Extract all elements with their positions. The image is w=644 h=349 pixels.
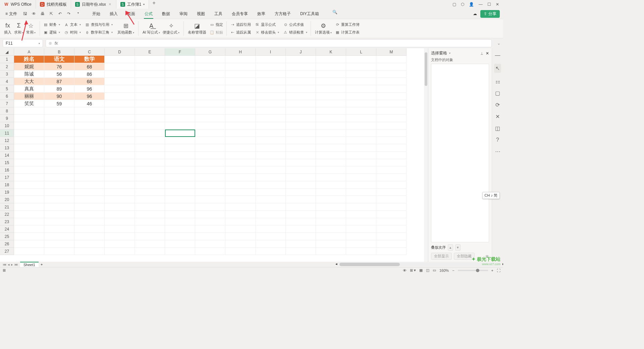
cell-I18[interactable] (256, 181, 286, 189)
cell-G25[interactable] (195, 233, 225, 240)
cell-K24[interactable] (316, 226, 346, 233)
cell-G4[interactable] (195, 78, 225, 85)
save-icon[interactable]: 🖫 (22, 11, 28, 16)
cell-E14[interactable] (135, 152, 165, 159)
cell-D16[interactable] (105, 166, 135, 174)
menu-diy[interactable]: DIY工具箱 (300, 10, 320, 18)
cell-J24[interactable] (286, 226, 316, 233)
cell-L8[interactable] (346, 107, 376, 115)
row-header-17[interactable]: 17 (0, 174, 14, 181)
cell-M25[interactable] (376, 233, 407, 240)
menu-tools[interactable]: 工具 (214, 10, 223, 18)
cell-G7[interactable] (195, 100, 225, 107)
cell-I27[interactable] (256, 248, 286, 255)
cell-K11[interactable] (316, 130, 346, 137)
cell-J11[interactable] (286, 130, 316, 137)
cell-I16[interactable] (256, 166, 286, 174)
cell-H5[interactable] (225, 85, 256, 93)
cell-L17[interactable] (346, 174, 376, 181)
cell-C18[interactable] (74, 181, 105, 189)
cell-J12[interactable] (286, 137, 316, 144)
define-button[interactable]: ▭指定 (209, 22, 224, 28)
cell-L12[interactable] (346, 137, 376, 144)
cell-C16[interactable] (74, 166, 105, 174)
cell-D20[interactable] (105, 196, 135, 203)
add-tab-button[interactable]: + (149, 0, 159, 9)
cell-C4[interactable]: 68 (74, 78, 105, 85)
export-icon[interactable]: ⇱ (49, 11, 54, 16)
cell-G27[interactable] (195, 248, 225, 255)
cell-C12[interactable] (74, 137, 105, 144)
cell-F12[interactable] (165, 137, 195, 144)
cell-I13[interactable] (256, 144, 286, 152)
select-icon[interactable]: ↖ (494, 64, 501, 73)
cell-M12[interactable] (376, 137, 407, 144)
cell-L22[interactable] (346, 211, 376, 218)
menu-data[interactable]: 数据 (161, 10, 171, 18)
row-header-15[interactable]: 15 (0, 159, 14, 166)
cell-K9[interactable] (316, 115, 346, 122)
cell-G26[interactable] (195, 240, 225, 248)
cell-L26[interactable] (346, 240, 376, 248)
scroll-left-icon[interactable]: ◂ (335, 262, 337, 266)
cell-C17[interactable] (74, 174, 105, 181)
row-header-27[interactable]: 27 (0, 248, 14, 255)
col-header-B[interactable]: B (44, 48, 74, 56)
cell-A24[interactable] (14, 226, 44, 233)
cell-B27[interactable] (44, 248, 74, 255)
pin-icon[interactable]: ⟂ (481, 51, 483, 56)
col-header-A[interactable]: A (14, 48, 44, 56)
cell-K6[interactable] (316, 93, 346, 100)
cell-M13[interactable] (376, 144, 407, 152)
cell-K3[interactable] (316, 70, 346, 78)
cell-D1[interactable] (105, 56, 135, 63)
cell-G19[interactable] (195, 189, 225, 196)
calc-options-button[interactable]: ⚙计算选项▾ (314, 22, 333, 36)
cell-K2[interactable] (316, 63, 346, 70)
show-formula-button[interactable]: fx̄显示公式 (254, 22, 280, 28)
cell-E7[interactable] (135, 100, 165, 107)
cell-F7[interactable] (165, 100, 195, 107)
cell-A5[interactable]: 真真 (14, 85, 44, 93)
cell-E13[interactable] (135, 144, 165, 152)
cell-D4[interactable] (105, 78, 135, 85)
cell-H9[interactable] (225, 115, 256, 122)
finance-button[interactable]: ▤财务▾ (43, 22, 61, 28)
cell-K20[interactable] (316, 196, 346, 203)
cell-K12[interactable] (316, 137, 346, 144)
other-functions-button[interactable]: ⊞其他函数▾ (116, 22, 136, 36)
cell-B20[interactable] (44, 196, 74, 203)
row-header-8[interactable]: 8 (0, 107, 14, 115)
col-header-J[interactable]: J (286, 48, 316, 56)
cell-A12[interactable] (14, 137, 44, 144)
cell-J26[interactable] (286, 240, 316, 248)
menu-review[interactable]: 审阅 (179, 10, 188, 18)
formula-bar[interactable]: ⊗ fx (46, 39, 492, 47)
cell-C23[interactable] (74, 218, 105, 226)
cell-G22[interactable] (195, 211, 225, 218)
row-header-22[interactable]: 22 (0, 211, 14, 218)
zoom-thumb[interactable] (476, 269, 479, 272)
text-button[interactable]: A文本▾ (63, 22, 82, 28)
ai-formula-button[interactable]: A͟AI 写公式▾ (141, 22, 161, 36)
zoom-in-icon[interactable]: + (491, 268, 493, 272)
cell-C10[interactable] (74, 122, 105, 130)
cell-J1[interactable] (286, 56, 316, 63)
cell-K10[interactable] (316, 122, 346, 130)
name-box[interactable]: F11 ▾ (3, 39, 43, 47)
cell-F23[interactable] (165, 218, 195, 226)
cell-M23[interactable] (376, 218, 407, 226)
cloud-icon[interactable]: ☁ (473, 11, 477, 16)
spreadsheet[interactable]: ◢ABCDEFGHIJKLM1姓名语文数学2妮妮76683陈诚56864大大87… (0, 48, 428, 262)
cell-L16[interactable] (346, 166, 376, 174)
quick-formula-button[interactable]: ✧便捷公式▾ (161, 22, 181, 36)
cell-A3[interactable]: 陈诚 (14, 70, 44, 78)
undo-icon[interactable]: ↶ (57, 11, 63, 16)
cell-G6[interactable] (195, 93, 225, 100)
last-sheet-icon[interactable]: ⏭ (14, 262, 18, 267)
cell-I12[interactable] (256, 137, 286, 144)
cell-H8[interactable] (225, 107, 256, 115)
cell-D7[interactable] (105, 100, 135, 107)
col-header-G[interactable]: G (195, 48, 225, 56)
cell-B4[interactable]: 87 (44, 78, 74, 85)
